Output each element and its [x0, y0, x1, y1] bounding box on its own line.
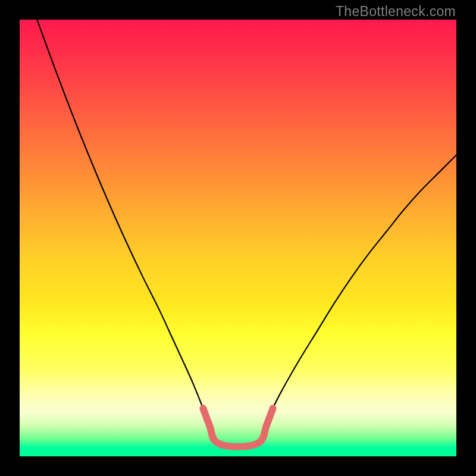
optimal-segment	[203, 408, 273, 447]
attribution-text: TheBottleneck.com	[336, 4, 456, 20]
bottleneck-curve	[37, 20, 456, 447]
chart-svg	[20, 20, 456, 456]
